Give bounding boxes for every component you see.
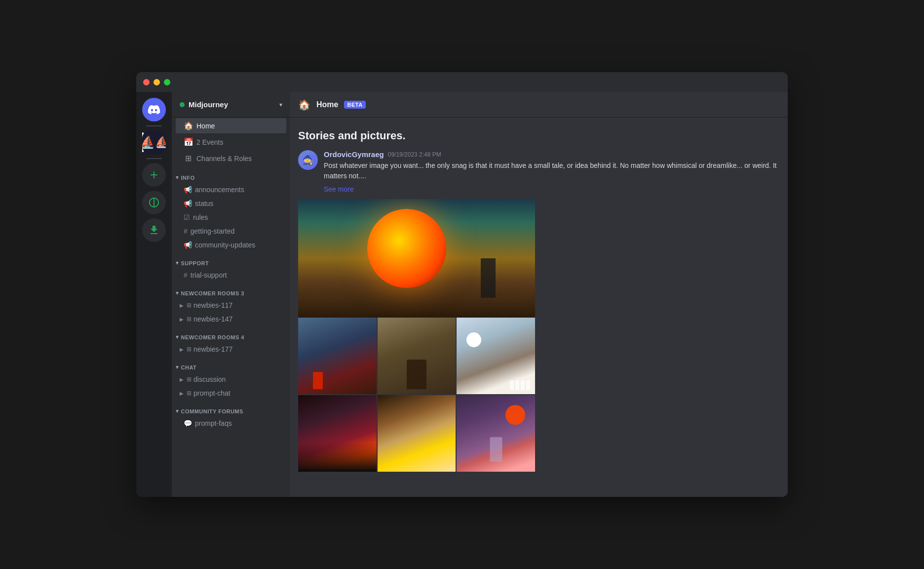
midjourney-server-item: ⛵ [142, 130, 166, 154]
channel-getting-started[interactable]: # getting-started [176, 225, 286, 238]
midjourney-icon[interactable]: ⛵ [142, 130, 166, 154]
small-image-3[interactable] [457, 318, 535, 394]
channel-status-label: status [195, 200, 213, 207]
nav-home-label: Home [196, 122, 215, 130]
content-area[interactable]: Stories and pictures. 🧙 OrdovicGymraeg 0… [290, 118, 788, 497]
voice-icon: ⊞ [187, 316, 192, 323]
nav-item-channels-roles[interactable]: ⊞ Channels & Roles [176, 151, 286, 166]
channel-getting-started-label: getting-started [191, 227, 235, 235]
channel-header: 🏠 Home BETA [290, 92, 788, 118]
nav-item-home[interactable]: 🏠 Home [176, 118, 286, 133]
discord-home-icon[interactable] [142, 98, 166, 122]
hash-icon: # [184, 227, 188, 235]
channel-rules[interactable]: ☑ rules [176, 211, 286, 224]
bottom-image-1[interactable] [298, 395, 377, 472]
events-icon: 📅 [184, 137, 192, 147]
chevron-down-icon: ▾ [279, 101, 282, 108]
channel-discussion-label: discussion [193, 375, 226, 383]
post-body: Post whatever image you want... the only… [324, 161, 780, 181]
server-header[interactable]: Midjourney ▾ [172, 92, 290, 118]
section-newcomer-3[interactable]: ▾ NEWCOMER ROOMS 3 [172, 282, 290, 298]
channel-newbies-177[interactable]: ▶ ⊞ newbies-177 [176, 343, 286, 356]
section-chat[interactable]: ▾ CHAT [172, 356, 290, 372]
main-image[interactable] [298, 199, 535, 318]
bottom-image-2[interactable] [378, 395, 456, 472]
home-header-icon: 🏠 [298, 99, 310, 111]
section-newcomer-4[interactable]: ▾ NEWCOMER ROOMS 4 [172, 326, 290, 342]
hash-icon: # [184, 271, 188, 279]
channel-rules-label: rules [193, 213, 208, 221]
post-meta: OrdovicGymraeg 09/19/2023 2:48 PM Post w… [324, 150, 780, 193]
section-community-forums[interactable]: ▾ COMMUNITY FORUMS [172, 400, 290, 416]
megaphone-icon: 📢 [184, 241, 192, 249]
minimize-button[interactable] [154, 79, 160, 85]
arrow-icon: ▶ [180, 391, 184, 396]
titlebar [136, 72, 788, 92]
section-newcomer-4-label: NEWCOMER ROOMS 4 [181, 334, 244, 340]
channel-trial-support-label: trial-support [191, 271, 227, 279]
rules-icon: ☑ [184, 213, 190, 221]
nav-channels-label: Channels & Roles [196, 155, 252, 163]
see-more-link[interactable]: See more [324, 185, 780, 193]
channel-prompt-faqs-label: prompt-faqs [195, 419, 232, 427]
channel-status[interactable]: 📢 status [176, 197, 286, 210]
forum-icon: 💬 [184, 419, 192, 427]
channel-header-title: Home [316, 100, 338, 109]
section-newcomer-3-label: NEWCOMER ROOMS 3 [181, 290, 244, 296]
discord-home-item [142, 98, 166, 122]
arrow-icon: ▶ [180, 377, 184, 382]
section-community-forums-label: COMMUNITY FORUMS [181, 408, 243, 414]
chevron-down-icon: ▾ [176, 260, 179, 266]
voice-icon: ⊞ [187, 302, 192, 309]
megaphone-icon: 📢 [184, 200, 192, 207]
chevron-down-icon: ▾ [176, 290, 179, 296]
channel-community-updates-label: community-updates [195, 241, 255, 249]
chevron-down-icon: ▾ [176, 408, 179, 414]
post-author[interactable]: OrdovicGymraeg [324, 150, 384, 159]
post-timestamp: 09/19/2023 2:48 PM [388, 151, 441, 158]
app-layout: ⛵ + Midjourne [136, 92, 788, 497]
maximize-button[interactable] [164, 79, 170, 85]
server-sidebar: ⛵ + [136, 92, 172, 497]
megaphone-icon: 📢 [184, 186, 192, 194]
channel-announcements-label: announcements [195, 186, 244, 194]
bottom-image-row [298, 395, 535, 472]
beta-badge: BETA [344, 101, 365, 109]
post-author-row: OrdovicGymraeg 09/19/2023 2:48 PM [324, 150, 780, 159]
section-support[interactable]: ▾ SUPPORT [172, 252, 290, 268]
channel-newbies-147[interactable]: ▶ ⊞ newbies-147 [176, 313, 286, 325]
home-icon: 🏠 [184, 121, 192, 130]
channel-discussion[interactable]: ▶ ⊞ discussion [176, 373, 286, 386]
nav-events-label: 2 Events [196, 138, 223, 146]
channel-newbies-117[interactable]: ▶ ⊞ newbies-117 [176, 299, 286, 312]
post-title: Stories and pictures. [298, 129, 780, 142]
bottom-image-3[interactable] [457, 395, 535, 472]
avatar: 🧙 [298, 150, 318, 170]
channel-announcements[interactable]: 📢 announcements [176, 183, 286, 196]
small-image-row [298, 318, 535, 394]
download-icon[interactable] [142, 218, 166, 242]
close-button[interactable] [143, 79, 150, 85]
small-image-1[interactable] [298, 318, 377, 394]
voice-icon: ⊞ [187, 376, 192, 383]
channel-trial-support[interactable]: # trial-support [176, 269, 286, 282]
server-divider [146, 125, 162, 126]
channel-newbies-177-label: newbies-177 [193, 345, 232, 353]
explore-icon[interactable] [142, 191, 166, 214]
small-image-2[interactable] [378, 318, 456, 394]
channel-prompt-chat[interactable]: ▶ ⊞ prompt-chat [176, 387, 286, 400]
nav-item-events[interactable]: 📅 2 Events [176, 134, 286, 150]
channel-community-updates[interactable]: 📢 community-updates [176, 239, 286, 251]
section-info[interactable]: ▾ INFO [172, 166, 290, 183]
arrow-icon: ▶ [180, 347, 184, 352]
app-window: ⛵ + Midjourne [136, 72, 788, 497]
channel-prompt-chat-label: prompt-chat [193, 389, 231, 397]
channel-newbies-147-label: newbies-147 [193, 315, 232, 323]
voice-icon: ⊞ [187, 346, 192, 353]
chevron-down-icon: ▾ [176, 334, 179, 340]
add-server-icon[interactable]: + [142, 163, 166, 187]
server-name: Midjourney [189, 100, 279, 109]
voice-icon: ⊞ [187, 390, 192, 397]
channel-sidebar: Midjourney ▾ 🏠 Home 📅 2 Events ⊞ Channel… [172, 92, 290, 497]
channel-prompt-faqs[interactable]: 💬 prompt-faqs [176, 417, 286, 430]
